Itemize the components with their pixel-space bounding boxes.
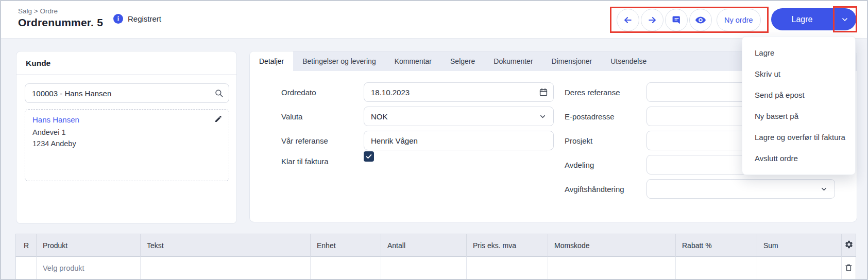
cell-tekst[interactable] — [141, 257, 311, 280]
col-header-antall: Antall — [381, 234, 467, 257]
info-icon[interactable]: i — [113, 14, 123, 24]
customer-address-line2: 1234 Andeby — [32, 138, 222, 149]
arrow-left-icon — [623, 15, 633, 25]
order-page: Salg > Ordre Ordrenummer. 5 i Registrert — [0, 0, 868, 280]
page-title: Ordrenummer. 5 — [18, 16, 103, 29]
tab-selgere[interactable]: Selgere — [441, 51, 484, 71]
breadcrumb[interactable]: Salg > Ordre — [18, 7, 58, 15]
customer-search — [25, 83, 229, 103]
vat-handling-label: Avgiftshåndtering — [565, 185, 624, 194]
search-icon[interactable] — [214, 89, 224, 98]
preview-button[interactable] — [689, 9, 712, 31]
tab-betingelser-og-levering[interactable]: Betingelser og levering — [293, 51, 385, 71]
currency-label: Valuta — [281, 112, 302, 121]
status-label: Registrert — [128, 14, 161, 23]
page-header: Salg > Ordre Ordrenummer. 5 i Registrert — [1, 1, 867, 39]
save-dropdown-menu: Lagre Skriv ut Send på epost Ny basert p… — [742, 36, 856, 175]
cell-rabatt[interactable] — [676, 257, 757, 280]
currency-field: NOK — [364, 107, 554, 126]
menu-item-save-transfer-invoice[interactable]: Lagre og overfør til faktura — [742, 127, 855, 148]
col-header-momskode: Momskode — [548, 234, 676, 257]
check-icon — [365, 153, 372, 160]
col-header-r: R — [16, 234, 37, 257]
vat-handling-field — [646, 179, 835, 199]
their-reference-label: Deres referanse — [565, 88, 620, 97]
currency-select[interactable]: NOK — [364, 107, 554, 126]
tab-kommentar[interactable]: Kommentar — [385, 51, 441, 71]
product-picker-cell[interactable]: Velg produkt — [37, 257, 141, 280]
col-header-produkt: Produkt — [37, 234, 141, 257]
customer-panel-title: Kunde — [16, 51, 236, 75]
col-header-enhet: Enhet — [311, 234, 381, 257]
delete-row-button[interactable] — [842, 257, 856, 280]
cell-pris[interactable] — [467, 257, 548, 280]
our-reference-label: Vår referanse — [281, 136, 328, 145]
eye-icon — [695, 14, 706, 26]
chat-icon — [672, 15, 682, 25]
customer-panel: Kunde Hans Hansen Andevei 1 1234 Andeby — [16, 51, 237, 224]
cell-antall[interactable] — [381, 257, 467, 280]
tab-detaljer[interactable]: Detaljer — [250, 51, 293, 71]
our-reference-input[interactable] — [364, 131, 554, 150]
tab-utsendelse[interactable]: Utsendelse — [601, 51, 656, 71]
col-header-rabatt: Rabatt % — [676, 234, 757, 257]
menu-item-save[interactable]: Lagre — [742, 42, 855, 63]
ready-for-invoice-checkbox[interactable] — [364, 151, 374, 162]
menu-item-new-based-on[interactable]: Ny basert på — [742, 106, 855, 127]
email-label: E-postadresse — [565, 112, 615, 121]
menu-item-close-order[interactable]: Avslutt ordre — [742, 148, 855, 169]
cell-sum[interactable] — [757, 257, 842, 280]
customer-summary-card: Hans Hansen Andevei 1 1234 Andeby — [25, 109, 229, 181]
trash-icon — [844, 263, 853, 272]
edit-customer-button[interactable] — [214, 115, 223, 123]
order-date-label: Ordredato — [281, 88, 316, 97]
caret-annotation-box — [833, 6, 857, 32]
order-date-input[interactable] — [364, 82, 554, 102]
menu-item-send-email[interactable]: Send på epost — [742, 84, 855, 106]
back-button[interactable] — [617, 9, 639, 31]
vat-handling-select[interactable] — [646, 179, 835, 199]
col-header-tekst: Tekst — [141, 234, 311, 257]
ready-for-invoice-label: Klar til faktura — [281, 157, 329, 166]
customer-address-line1: Andevei 1 — [32, 127, 222, 138]
ready-for-invoice-field — [364, 151, 374, 171]
order-lines-table: R Produkt Tekst Enhet Antall Pris eks. m… — [15, 234, 856, 280]
order-date-field — [364, 82, 554, 102]
toolbar-annotation-box: Ny ordre — [610, 7, 769, 33]
save-button[interactable]: Lagre — [771, 8, 833, 30]
customer-search-input[interactable] — [25, 83, 229, 103]
column-settings-button[interactable] — [842, 234, 856, 257]
chevron-down-icon — [820, 185, 828, 193]
calendar-icon[interactable] — [539, 87, 548, 97]
chevron-down-icon — [539, 113, 547, 120]
tab-dimensjoner[interactable]: Dimensjoner — [542, 51, 602, 71]
comment-button[interactable] — [665, 9, 688, 31]
tab-dokumenter[interactable]: Dokumenter — [484, 51, 542, 71]
cell-momskode[interactable] — [548, 257, 676, 280]
forward-button[interactable] — [641, 9, 663, 31]
arrow-right-icon — [647, 15, 657, 25]
currency-value: NOK — [371, 112, 388, 121]
new-order-button[interactable]: Ny ordre — [717, 9, 761, 31]
customer-name-link[interactable]: Hans Hansen — [32, 115, 222, 124]
cell-r — [16, 257, 37, 280]
department-label: Avdeling — [565, 161, 594, 169]
status-badge: i Registrert — [113, 14, 161, 24]
project-label: Prosjekt — [565, 136, 592, 145]
cell-enhet[interactable] — [311, 257, 381, 280]
table-header-row: R Produkt Tekst Enhet Antall Pris eks. m… — [16, 234, 856, 257]
our-reference-field — [364, 131, 554, 150]
menu-item-print[interactable]: Skriv ut — [742, 63, 855, 84]
col-header-pris: Pris eks. mva — [467, 234, 548, 257]
col-header-sum: Sum — [757, 234, 842, 257]
table-row: Velg produkt — [16, 257, 856, 280]
gear-icon — [844, 240, 854, 249]
pencil-icon — [214, 115, 223, 123]
